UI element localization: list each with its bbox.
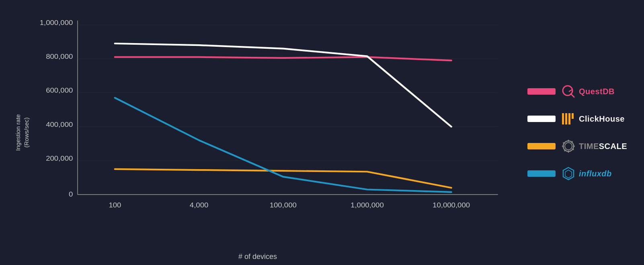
svg-line-19 [571, 94, 574, 97]
questdb-swatch [527, 88, 556, 95]
chart-svg: 1,000,000 800,000 600,000 400,000 200,00… [40, 12, 507, 233]
timescale-label: TIMESCALE [579, 142, 627, 151]
questdb-logo: QuestDB [561, 84, 615, 99]
svg-rect-21 [565, 113, 567, 124]
timescale-logo: TIMESCALE [561, 139, 627, 153]
svg-text:100,000: 100,000 [270, 201, 297, 209]
svg-rect-27 [568, 151, 569, 153]
legend-item-influxdb: influxdb [527, 166, 632, 181]
timescale-time: TIME [579, 142, 599, 151]
clickhouse-logo: ClickHouse [561, 112, 625, 126]
influxdb-icon [561, 166, 576, 181]
svg-text:10,000,000: 10,000,000 [433, 201, 470, 209]
svg-rect-23 [572, 113, 574, 119]
influxdb-swatch [527, 170, 556, 177]
clickhouse-icon [561, 112, 576, 126]
svg-text:1,000,000: 1,000,000 [40, 19, 73, 26]
svg-text:100: 100 [109, 201, 121, 209]
timescale-icon [561, 139, 576, 153]
clickhouse-line [115, 43, 451, 127]
svg-text:200,000: 200,000 [46, 155, 73, 162]
clickhouse-label: ClickHouse [579, 114, 625, 124]
chart-area: Ingestion rate(Rows/sec) 1,000,000 800,0… [0, 0, 515, 265]
y-axis-label: Ingestion rate(Rows/sec) [14, 114, 31, 151]
timescale-scale: SCALE [599, 142, 627, 151]
chart-container: Ingestion rate(Rows/sec) 1,000,000 800,0… [0, 0, 644, 265]
svg-point-25 [565, 143, 572, 150]
questdb-label: QuestDB [579, 87, 615, 96]
clickhouse-swatch [527, 116, 556, 122]
svg-rect-29 [573, 146, 575, 147]
svg-text:1,000,000: 1,000,000 [351, 201, 384, 209]
svg-text:400,000: 400,000 [46, 120, 73, 128]
timescale-line [115, 169, 451, 188]
svg-text:800,000: 800,000 [46, 53, 73, 60]
influxdb-label: influxdb [579, 169, 612, 178]
svg-text:0: 0 [69, 190, 73, 198]
svg-marker-35 [565, 170, 572, 178]
svg-rect-26 [568, 140, 569, 142]
legend-item-clickhouse: ClickHouse [527, 112, 632, 126]
influxdb-logo: influxdb [561, 166, 612, 181]
legend-item-questdb: QuestDB [527, 84, 632, 99]
timescale-swatch [527, 143, 556, 149]
svg-rect-28 [562, 146, 564, 147]
svg-rect-22 [568, 113, 570, 124]
x-axis-label: # of devices [238, 253, 277, 261]
legend-item-timescale: TIMESCALE [527, 139, 632, 153]
svg-text:4,000: 4,000 [190, 201, 209, 209]
svg-text:600,000: 600,000 [46, 87, 73, 94]
svg-rect-20 [562, 113, 564, 124]
questdb-icon [561, 84, 576, 99]
legend-area: QuestDB ClickHouse [515, 0, 644, 265]
